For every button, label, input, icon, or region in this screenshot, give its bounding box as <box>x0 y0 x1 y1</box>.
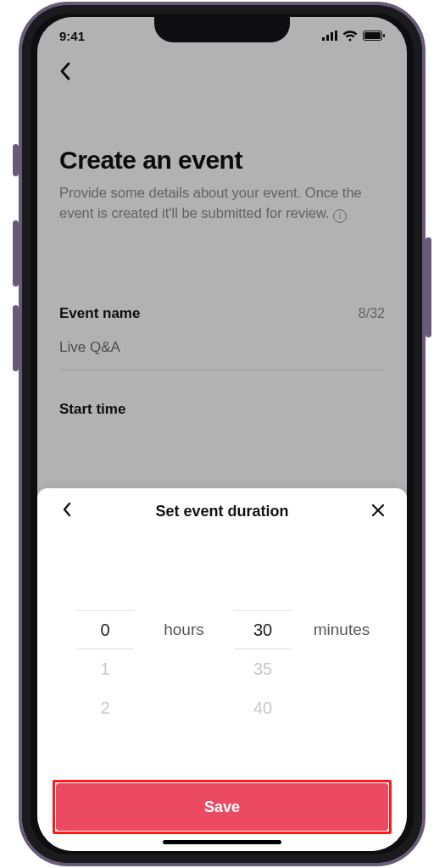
minutes-selected[interactable]: 30 <box>222 610 303 649</box>
event-name-label: Event name <box>59 305 140 322</box>
battery-icon <box>363 31 385 41</box>
page-subtitle: Provide some details about your event. O… <box>59 183 385 224</box>
minutes-column[interactable]: 30 35 40 <box>222 559 303 754</box>
duration-sheet: Set event duration 0 1 2 hours 30 35 <box>37 488 407 851</box>
hours-unit: hours <box>146 610 222 649</box>
sheet-title: Set event duration <box>155 503 288 520</box>
hours-column[interactable]: 0 1 2 <box>64 559 146 754</box>
svg-rect-0 <box>322 37 325 41</box>
wifi-icon <box>342 31 358 42</box>
duration-picker[interactable]: 0 1 2 hours 30 35 40 minutes <box>56 559 388 754</box>
cellular-icon <box>322 31 337 41</box>
page-title: Create an event <box>59 146 385 175</box>
svg-rect-3 <box>335 31 337 41</box>
event-name-input[interactable]: Live Q&A <box>59 339 385 370</box>
sheet-back-button[interactable] <box>56 502 76 520</box>
back-button[interactable] <box>59 62 70 84</box>
start-time-label: Start time <box>59 401 125 418</box>
svg-rect-1 <box>326 35 329 41</box>
info-icon[interactable]: i <box>333 209 347 223</box>
svg-rect-2 <box>331 32 333 41</box>
home-indicator[interactable] <box>163 840 281 844</box>
save-button[interactable]: Save <box>56 783 388 831</box>
svg-rect-5 <box>364 32 381 39</box>
clock: 9:41 <box>59 29 85 43</box>
minutes-unit: minutes <box>303 610 380 649</box>
sheet-close-button[interactable] <box>368 502 388 520</box>
svg-rect-6 <box>383 34 385 37</box>
hours-selected[interactable]: 0 <box>64 610 146 649</box>
event-name-counter: 8/32 <box>359 306 385 321</box>
